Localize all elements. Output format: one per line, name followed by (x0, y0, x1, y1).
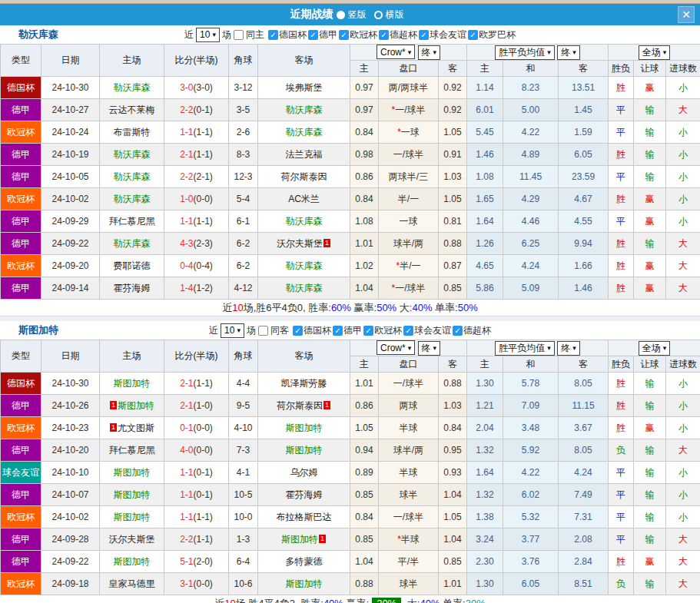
handicap-line-text: 半球 (400, 467, 418, 478)
mean-home-odds: 1.30 (467, 373, 503, 395)
handicap-away-odds: 1.05 (439, 188, 467, 210)
horizontal-layout-radio[interactable] (374, 11, 383, 19)
league-checkbox-item[interactable]: ✓德国杯 (268, 28, 307, 41)
league-type-badge: 德甲 (1, 99, 41, 121)
mean-away-odds: 4.55 (559, 210, 609, 233)
league-checkbox-item[interactable]: ✓德超杯 (379, 28, 417, 41)
checked-checkbox-icon[interactable]: ✓ (403, 326, 413, 336)
popup-title: 近期战绩 (290, 8, 333, 22)
mean-draw-odds: 4.29 (503, 188, 559, 210)
league-checkbox-item[interactable]: ✓欧冠杯 (363, 324, 402, 337)
league-checkbox-item[interactable]: ✓德甲 (333, 324, 362, 337)
chevron-down-icon: ▾ (237, 326, 241, 334)
home-team-cell: 勒沃库森 (100, 144, 164, 166)
odds-time-select[interactable]: 终▾ (418, 341, 441, 356)
mean-draw-odds: 3.77 (503, 528, 559, 551)
fulltime-score: 4-3 (180, 238, 193, 249)
halftime-score: (0-0) (194, 578, 213, 589)
vertical-layout-radio[interactable] (337, 11, 345, 19)
league-checkbox-item[interactable]: ✓球会友谊 (403, 324, 451, 337)
odds-time-select[interactable]: 终▾ (418, 45, 441, 60)
summary-segment: 单率: (440, 598, 465, 603)
match-row: 欧冠杯 24-10-02 勒沃库森 1-0(0-0) 5-4 AC米兰 0.84… (1, 188, 700, 210)
match-row: 欧冠杯 24-10-23 1尤文图斯 0-1(0-0) 4-10 斯图加特 1.… (1, 417, 700, 439)
handicap-line: *一/球半 (379, 277, 439, 300)
handicap-away-odds: 1.03 (439, 395, 467, 417)
match-count-select[interactable]: 10▾ (196, 28, 220, 42)
checked-checkbox-icon[interactable]: ✓ (379, 30, 389, 40)
mean-time-select[interactable]: 终▾ (557, 45, 580, 60)
score-cell: 1-1(1-1) (164, 121, 229, 144)
league-checkbox-item[interactable]: ✓球会友谊 (419, 28, 466, 41)
match-count-select[interactable]: 10▾ (221, 323, 244, 338)
mean-draw-odds: 7.09 (503, 395, 559, 417)
league-checkbox-item[interactable]: ✓德甲 (308, 28, 337, 41)
same-venue-checkbox[interactable] (258, 326, 268, 336)
mean-away-odds: 8.05 (559, 373, 609, 395)
checked-checkbox-icon[interactable]: ✓ (268, 30, 278, 40)
vertical-layout-label[interactable]: 竖版 (348, 8, 367, 22)
checked-checkbox-icon[interactable]: ✓ (468, 30, 478, 40)
result-goals-over-under: 小 (666, 121, 700, 144)
halftime-score: (1-1) (194, 127, 213, 137)
league-checkbox-item[interactable]: ✓欧罗巴杯 (468, 28, 516, 41)
away-team-name: 勒沃库森 (286, 216, 323, 227)
handicap-line: *两球半/三 (379, 166, 439, 188)
col-away: 客场 (258, 340, 350, 373)
match-date: 24-10-26 (41, 395, 100, 417)
match-row: 德甲 24-10-05 勒沃库森 2-2(2-1) 12-3 荷尔斯泰因 0.8… (1, 166, 700, 188)
away-team-name: 沃尔夫斯堡 (277, 238, 323, 249)
checked-checkbox-icon[interactable]: ✓ (419, 30, 429, 40)
handicap-away-odds: 0.88 (439, 233, 467, 255)
mean-draw-odds: 4.22 (503, 121, 559, 144)
fulltime-score: 2-2 (180, 534, 193, 545)
fulltime-select[interactable]: 全场▾ (639, 45, 671, 60)
checked-checkbox-icon[interactable]: ✓ (363, 326, 373, 336)
home-team-name: 勒沃库森 (114, 149, 151, 160)
summary-segment: 场,胜6平4负0, 胜率: (244, 302, 331, 313)
mean-time-select[interactable]: 终▾ (557, 341, 580, 356)
col-mean-draw: 和 (503, 356, 559, 373)
mean-odds-select[interactable]: 胜平负均值▾ (495, 341, 555, 356)
league-checkbox-item[interactable]: ✓德超杯 (453, 324, 491, 337)
handicap-away-odds: 0.85 (439, 277, 467, 300)
close-icon[interactable]: ✕ (678, 6, 695, 23)
result-win-draw-loss: 平 (609, 121, 634, 144)
mean-odds-select[interactable]: 胜平负均值▾ (495, 45, 555, 60)
odds-source-select[interactable]: Crow*▾ (377, 340, 415, 355)
horizontal-layout-label[interactable]: 横版 (386, 8, 404, 22)
result-handicap: 输 (634, 99, 666, 121)
away-team-cell: 勒沃库森 (258, 255, 350, 277)
result-handicap: 赢 (634, 255, 666, 277)
match-date: 24-10-27 (41, 99, 100, 121)
handicap-line-text: 两/两球半 (389, 82, 428, 93)
mean-draw-odds: 8.23 (503, 77, 559, 99)
checked-checkbox-icon[interactable]: ✓ (308, 30, 318, 40)
match-date: 24-10-10 (41, 462, 100, 484)
match-row: 德甲 24-09-14 霍芬海姆 1-4(1-2) 4-12 勒沃库森 1.04… (1, 277, 700, 300)
section-divider (0, 316, 700, 321)
checked-checkbox-icon[interactable]: ✓ (333, 326, 343, 336)
league-checkbox-item[interactable]: ✓德国杯 (293, 324, 331, 337)
near-label: 近 (184, 28, 194, 41)
checked-checkbox-icon[interactable]: ✓ (453, 326, 463, 336)
handicap-home-odds: 1.01 (350, 373, 379, 395)
handicap-line: *半球 (379, 462, 439, 484)
same-venue-checkbox[interactable] (234, 30, 244, 40)
checked-checkbox-icon[interactable]: ✓ (339, 30, 349, 40)
league-checkbox-item[interactable]: ✓欧冠杯 (339, 28, 377, 41)
result-win-draw-loss: 胜 (609, 395, 634, 417)
odds-source-select[interactable]: Crow*▾ (377, 45, 415, 59)
corner-count: 1-3 (229, 528, 258, 551)
home-team-name: 斯图加特 (114, 467, 151, 478)
result-win-draw-loss: 平 (609, 484, 634, 506)
handicap-away-odds: 1.03 (439, 166, 467, 188)
checked-checkbox-icon[interactable]: ✓ (293, 326, 303, 336)
handicap-line: *一/球半 (379, 506, 439, 528)
home-team-cell: 勒沃库森 (100, 188, 164, 210)
mean-home-odds: 1.46 (467, 144, 503, 166)
away-team-cell: 斯图加特 (258, 573, 350, 595)
fulltime-select[interactable]: 全场▾ (639, 341, 671, 356)
score-cell: 2-1(1-0) (164, 395, 229, 417)
halftime-score: (0-1) (194, 489, 213, 500)
